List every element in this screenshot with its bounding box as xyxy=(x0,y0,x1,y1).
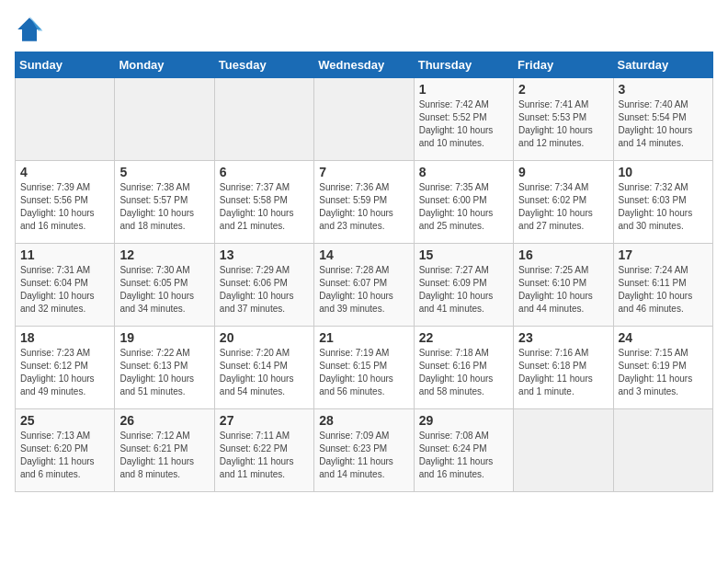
day-info: Sunrise: 7:39 AMSunset: 5:56 PMDaylight:… xyxy=(20,181,109,233)
calendar-cell: 3Sunrise: 7:40 AMSunset: 5:54 PMDaylight… xyxy=(613,78,712,161)
week-row-1: 4Sunrise: 7:39 AMSunset: 5:56 PMDaylight… xyxy=(16,161,713,244)
calendar-cell: 1Sunrise: 7:42 AMSunset: 5:52 PMDaylight… xyxy=(414,78,513,161)
calendar-cell: 18Sunrise: 7:23 AMSunset: 6:12 PMDayligh… xyxy=(16,327,115,409)
day-number: 27 xyxy=(220,413,309,428)
day-number: 9 xyxy=(518,165,608,179)
day-info: Sunrise: 7:30 AMSunset: 6:05 PMDaylight:… xyxy=(119,264,209,316)
day-info: Sunrise: 7:28 AMSunset: 6:07 PMDaylight:… xyxy=(319,264,408,316)
day-number: 23 xyxy=(518,330,608,345)
calendar-header: SundayMondayTuesdayWednesdayThursdayFrid… xyxy=(16,52,713,78)
calendar-cell xyxy=(115,78,214,161)
day-number: 29 xyxy=(419,413,508,428)
calendar-cell xyxy=(613,409,712,492)
calendar-cell: 10Sunrise: 7:32 AMSunset: 6:03 PMDayligh… xyxy=(613,161,712,244)
logo-icon xyxy=(15,15,44,44)
day-info: Sunrise: 7:38 AMSunset: 5:57 PMDaylight:… xyxy=(119,181,209,233)
day-number: 22 xyxy=(419,330,508,345)
day-info: Sunrise: 7:29 AMSunset: 6:06 PMDaylight:… xyxy=(220,264,309,316)
calendar-cell: 23Sunrise: 7:16 AMSunset: 6:18 PMDayligh… xyxy=(514,327,613,409)
day-number: 21 xyxy=(319,330,408,345)
day-number: 13 xyxy=(220,247,309,262)
day-info: Sunrise: 7:40 AMSunset: 5:54 PMDaylight:… xyxy=(619,98,708,150)
calendar-cell: 4Sunrise: 7:39 AMSunset: 5:56 PMDaylight… xyxy=(16,161,115,244)
calendar-cell: 16Sunrise: 7:25 AMSunset: 6:10 PMDayligh… xyxy=(514,244,613,327)
day-number: 16 xyxy=(518,247,608,262)
day-number: 14 xyxy=(319,247,408,262)
header-wednesday: Wednesday xyxy=(314,52,414,78)
calendar-cell: 20Sunrise: 7:20 AMSunset: 6:14 PMDayligh… xyxy=(214,327,313,409)
page-header xyxy=(15,15,713,44)
day-info: Sunrise: 7:18 AMSunset: 6:16 PMDaylight:… xyxy=(419,347,508,398)
day-number: 26 xyxy=(119,413,209,428)
day-number: 7 xyxy=(319,165,408,179)
day-info: Sunrise: 7:25 AMSunset: 6:10 PMDaylight:… xyxy=(518,264,608,316)
header-row: SundayMondayTuesdayWednesdayThursdayFrid… xyxy=(16,52,713,78)
calendar-cell: 9Sunrise: 7:34 AMSunset: 6:02 PMDaylight… xyxy=(514,161,613,244)
day-info: Sunrise: 7:08 AMSunset: 6:24 PMDaylight:… xyxy=(419,430,508,481)
day-info: Sunrise: 7:22 AMSunset: 6:13 PMDaylight:… xyxy=(119,347,209,398)
calendar-cell: 22Sunrise: 7:18 AMSunset: 6:16 PMDayligh… xyxy=(414,327,513,409)
calendar-cell: 28Sunrise: 7:09 AMSunset: 6:23 PMDayligh… xyxy=(314,409,414,492)
day-info: Sunrise: 7:35 AMSunset: 6:00 PMDaylight:… xyxy=(419,181,508,233)
day-info: Sunrise: 7:36 AMSunset: 5:59 PMDaylight:… xyxy=(319,181,408,233)
week-row-2: 11Sunrise: 7:31 AMSunset: 6:04 PMDayligh… xyxy=(16,244,713,327)
day-info: Sunrise: 7:23 AMSunset: 6:12 PMDaylight:… xyxy=(20,347,109,398)
calendar-cell: 6Sunrise: 7:37 AMSunset: 5:58 PMDaylight… xyxy=(214,161,313,244)
calendar-cell: 8Sunrise: 7:35 AMSunset: 6:00 PMDaylight… xyxy=(414,161,513,244)
header-sunday: Sunday xyxy=(16,52,115,78)
day-number: 4 xyxy=(20,165,109,179)
logo xyxy=(15,15,48,44)
week-row-3: 18Sunrise: 7:23 AMSunset: 6:12 PMDayligh… xyxy=(16,327,713,409)
calendar-cell: 11Sunrise: 7:31 AMSunset: 6:04 PMDayligh… xyxy=(16,244,115,327)
header-saturday: Saturday xyxy=(613,52,712,78)
day-info: Sunrise: 7:37 AMSunset: 5:58 PMDaylight:… xyxy=(220,181,309,233)
calendar-cell: 7Sunrise: 7:36 AMSunset: 5:59 PMDaylight… xyxy=(314,161,414,244)
header-monday: Monday xyxy=(115,52,214,78)
day-info: Sunrise: 7:27 AMSunset: 6:09 PMDaylight:… xyxy=(419,264,508,316)
calendar-cell: 27Sunrise: 7:11 AMSunset: 6:22 PMDayligh… xyxy=(214,409,313,492)
day-number: 28 xyxy=(319,413,408,428)
day-number: 18 xyxy=(20,330,109,345)
day-info: Sunrise: 7:11 AMSunset: 6:22 PMDaylight:… xyxy=(220,430,309,481)
calendar-cell xyxy=(314,78,414,161)
calendar-cell: 12Sunrise: 7:30 AMSunset: 6:05 PMDayligh… xyxy=(115,244,214,327)
header-thursday: Thursday xyxy=(414,52,513,78)
header-friday: Friday xyxy=(514,52,613,78)
calendar-cell: 24Sunrise: 7:15 AMSunset: 6:19 PMDayligh… xyxy=(613,327,712,409)
day-number: 11 xyxy=(20,247,109,262)
calendar-cell: 26Sunrise: 7:12 AMSunset: 6:21 PMDayligh… xyxy=(115,409,214,492)
day-number: 20 xyxy=(220,330,309,345)
day-info: Sunrise: 7:12 AMSunset: 6:21 PMDaylight:… xyxy=(119,430,209,481)
day-info: Sunrise: 7:42 AMSunset: 5:52 PMDaylight:… xyxy=(419,98,508,150)
day-info: Sunrise: 7:34 AMSunset: 6:02 PMDaylight:… xyxy=(518,181,608,233)
calendar-cell: 25Sunrise: 7:13 AMSunset: 6:20 PMDayligh… xyxy=(16,409,115,492)
week-row-0: 1Sunrise: 7:42 AMSunset: 5:52 PMDaylight… xyxy=(16,78,713,161)
calendar-cell xyxy=(214,78,313,161)
day-info: Sunrise: 7:13 AMSunset: 6:20 PMDaylight:… xyxy=(20,430,109,481)
calendar-cell: 21Sunrise: 7:19 AMSunset: 6:15 PMDayligh… xyxy=(314,327,414,409)
calendar-cell: 2Sunrise: 7:41 AMSunset: 5:53 PMDaylight… xyxy=(514,78,613,161)
calendar-table: SundayMondayTuesdayWednesdayThursdayFrid… xyxy=(15,52,713,492)
header-tuesday: Tuesday xyxy=(214,52,313,78)
day-number: 15 xyxy=(419,247,508,262)
calendar-cell: 29Sunrise: 7:08 AMSunset: 6:24 PMDayligh… xyxy=(414,409,513,492)
day-info: Sunrise: 7:31 AMSunset: 6:04 PMDaylight:… xyxy=(20,264,109,316)
day-number: 3 xyxy=(619,82,708,97)
day-info: Sunrise: 7:15 AMSunset: 6:19 PMDaylight:… xyxy=(619,347,708,398)
calendar-cell: 14Sunrise: 7:28 AMSunset: 6:07 PMDayligh… xyxy=(314,244,414,327)
day-info: Sunrise: 7:41 AMSunset: 5:53 PMDaylight:… xyxy=(518,98,608,150)
day-number: 25 xyxy=(20,413,109,428)
calendar-cell: 15Sunrise: 7:27 AMSunset: 6:09 PMDayligh… xyxy=(414,244,513,327)
day-number: 2 xyxy=(518,82,608,97)
day-number: 12 xyxy=(119,247,209,262)
day-info: Sunrise: 7:24 AMSunset: 6:11 PMDaylight:… xyxy=(619,264,708,316)
calendar-cell: 13Sunrise: 7:29 AMSunset: 6:06 PMDayligh… xyxy=(214,244,313,327)
day-info: Sunrise: 7:32 AMSunset: 6:03 PMDaylight:… xyxy=(619,181,708,233)
calendar-cell: 19Sunrise: 7:22 AMSunset: 6:13 PMDayligh… xyxy=(115,327,214,409)
calendar-cell: 5Sunrise: 7:38 AMSunset: 5:57 PMDaylight… xyxy=(115,161,214,244)
day-info: Sunrise: 7:16 AMSunset: 6:18 PMDaylight:… xyxy=(518,347,608,398)
day-number: 24 xyxy=(619,330,708,345)
day-number: 10 xyxy=(619,165,708,179)
day-number: 6 xyxy=(220,165,309,179)
calendar-cell xyxy=(514,409,613,492)
